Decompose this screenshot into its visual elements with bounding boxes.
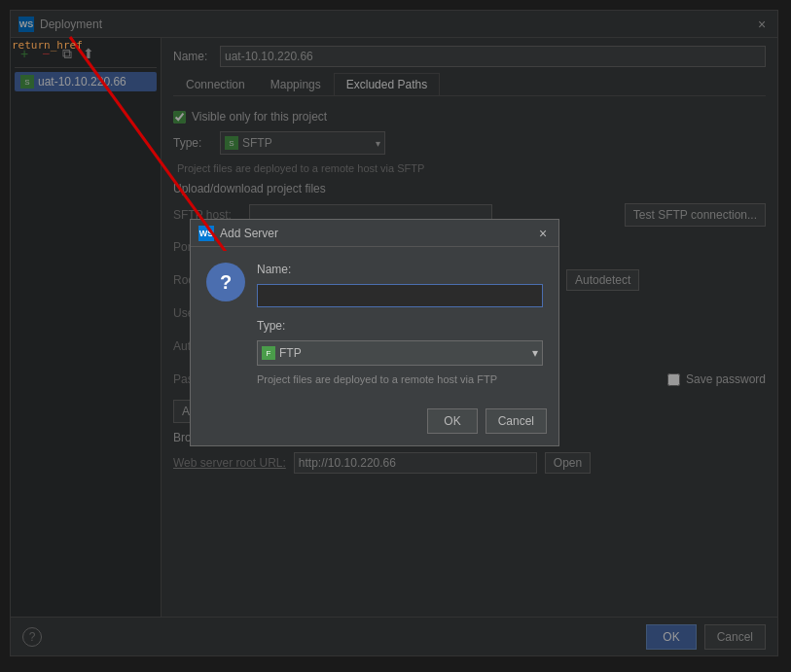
modal-name-input[interactable] bbox=[257, 284, 543, 307]
modal-ws-icon: WS bbox=[198, 226, 214, 241]
ftp-icon: F bbox=[262, 346, 275, 360]
modal-dropdown-arrow: ▾ bbox=[532, 346, 538, 360]
modal-name-label: Name: bbox=[257, 263, 543, 276]
modal-question-icon: ? bbox=[206, 263, 245, 301]
modal-ok-button[interactable]: OK bbox=[427, 408, 477, 434]
modal-body: ? Name: Type: F FTP ▾ Project files are … bbox=[191, 247, 558, 401]
modal-title-left: WS Add Server bbox=[198, 226, 278, 241]
modal-footer: OK Cancel bbox=[191, 401, 558, 445]
modal-title-bar: WS Add Server × bbox=[191, 220, 558, 247]
modal-type-select[interactable]: F FTP ▾ bbox=[257, 340, 543, 366]
add-server-modal: WS Add Server × ? Name: Type: F FTP ▾ Pr… bbox=[190, 219, 559, 446]
modal-overlay: WS Add Server × ? Name: Type: F FTP ▾ Pr… bbox=[0, 0, 791, 672]
modal-type-label: Type: bbox=[257, 319, 543, 333]
modal-type-value: FTP bbox=[279, 346, 528, 360]
modal-close-button[interactable]: × bbox=[535, 226, 551, 241]
modal-form: Name: Type: F FTP ▾ Project files are de… bbox=[257, 263, 543, 385]
modal-type-description: Project files are deployed to a remote h… bbox=[257, 373, 543, 385]
modal-cancel-button[interactable]: Cancel bbox=[485, 408, 547, 434]
modal-title-text: Add Server bbox=[220, 227, 278, 240]
